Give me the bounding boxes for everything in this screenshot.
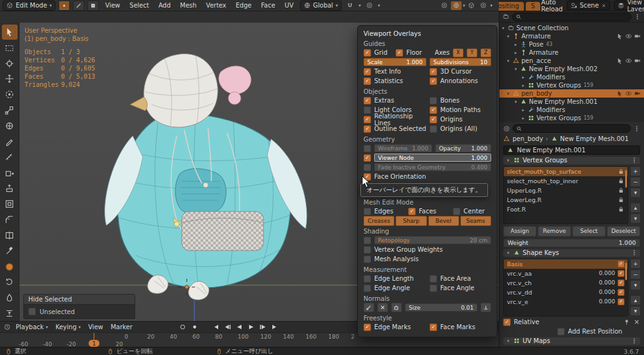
edges-checkbox[interactable] xyxy=(364,208,371,215)
clear-shape-keys-icon[interactable] xyxy=(633,318,640,325)
vertex-select-mode-button[interactable] xyxy=(58,1,70,11)
panel-options-icon[interactable] xyxy=(631,337,638,344)
keying-set-record-button[interactable] xyxy=(190,323,199,331)
view-menu[interactable]: View xyxy=(86,324,106,330)
shape-key-row[interactable]: vrc.v_e 0.000 xyxy=(504,297,628,307)
viewer-node-checkbox[interactable] xyxy=(364,154,371,162)
operator-panel-title[interactable]: Hide Selected xyxy=(23,294,135,305)
tool-add-cube[interactable] xyxy=(2,166,18,181)
opacity-slider[interactable]: Opacity1.000 xyxy=(435,144,491,152)
hide-eye-icon[interactable] xyxy=(625,90,632,97)
face-select-mode-button[interactable] xyxy=(87,1,99,11)
play-button[interactable] xyxy=(247,323,256,331)
fade-inactive-checkbox[interactable] xyxy=(364,164,371,171)
vertex-groups-panel-header[interactable]: ▾ Vertex Groups xyxy=(503,157,640,164)
weight-slider[interactable]: Weight 1.000 xyxy=(503,239,640,247)
face-normals-toggle[interactable] xyxy=(391,303,402,312)
lock-icon[interactable] xyxy=(618,178,625,184)
normals-constant-size-toggle[interactable] xyxy=(480,303,491,312)
outliner-filter-icon[interactable] xyxy=(634,13,641,20)
bevel-toggle[interactable]: Bevel xyxy=(428,216,459,226)
shape-key-row[interactable]: vrc.v_aa 0.000 xyxy=(504,269,628,278)
mode-dropdown[interactable]: Edit Mode ▾ xyxy=(3,1,55,11)
outline-selected-checkbox[interactable] xyxy=(364,125,371,133)
shape-keys-panel-header[interactable]: ▾ Shape Keys xyxy=(503,249,640,257)
shape-key-mute-checkbox[interactable] xyxy=(618,298,625,305)
origins-all-checkbox[interactable] xyxy=(430,125,437,133)
tool-select-box[interactable] xyxy=(2,40,18,55)
scene-selector[interactable]: Scene xyxy=(567,1,611,10)
face-angle-checkbox[interactable] xyxy=(430,285,437,292)
select-arrow-icon[interactable] xyxy=(616,33,623,40)
tool-transform[interactable] xyxy=(2,118,18,133)
shape-key-mute-checkbox[interactable] xyxy=(618,279,625,286)
prev-keyframe-button[interactable] xyxy=(223,323,232,331)
shape-key-mute-checkbox[interactable] xyxy=(618,270,625,277)
transform-orientation-dropdown[interactable]: Global ▾ xyxy=(300,1,341,11)
next-keyframe-button[interactable] xyxy=(258,323,268,331)
wireframe-slider[interactable]: Wireframe1.000 xyxy=(374,144,432,152)
jump-to-start-button[interactable] xyxy=(211,323,220,331)
axis-z-toggle[interactable]: Z xyxy=(480,48,491,57)
menu-add[interactable]: Add xyxy=(155,2,174,9)
properties-options-icon[interactable] xyxy=(633,125,640,132)
retopology-slider[interactable]: Retopology20 cm xyxy=(374,236,491,244)
xray-toggle[interactable] xyxy=(466,1,477,10)
overlays-dropdown-chevron-icon[interactable]: ▾ xyxy=(463,3,465,8)
menu-uv[interactable]: UV xyxy=(282,2,297,9)
retopology-checkbox[interactable] xyxy=(364,237,371,244)
faces-checkbox[interactable] xyxy=(408,208,416,215)
shape-key-row[interactable]: vrc.v_ch 0.000 xyxy=(504,278,628,288)
normals-size-slider[interactable]: Size0.01 xyxy=(405,303,477,312)
outliner-item-modifiers[interactable]: ▸ Modifiers xyxy=(499,73,644,81)
proportional-dropdown-chevron-icon[interactable]: ▾ xyxy=(378,3,380,8)
breadcrumb-object[interactable]: pen_body xyxy=(513,135,543,142)
tool-poly-build[interactable] xyxy=(2,259,18,274)
grid-scale-slider[interactable]: Scale1.000 xyxy=(364,58,426,66)
relationship-lines-checkbox[interactable] xyxy=(364,116,371,123)
wireframe-checkbox[interactable] xyxy=(364,145,371,152)
shape-key-row[interactable]: Basis xyxy=(504,259,628,269)
snap-dropdown-chevron-icon[interactable]: ▾ xyxy=(358,3,361,8)
vertex-group-row[interactable]: UpperLeg.R xyxy=(504,186,628,195)
hide-eye-icon[interactable] xyxy=(625,57,632,64)
annotations-checkbox[interactable] xyxy=(430,77,437,85)
assign-button[interactable]: Assign xyxy=(503,226,536,237)
outliner-item-armature-data[interactable]: ▸ Armature xyxy=(499,48,644,57)
edge-angle-checkbox[interactable] xyxy=(364,285,371,292)
3d-cursor-checkbox[interactable] xyxy=(430,68,437,76)
face-marks-checkbox[interactable] xyxy=(430,324,437,331)
outliner-search[interactable] xyxy=(512,13,631,21)
select-arrow-icon[interactable] xyxy=(616,90,623,97)
timeline-editor-icon[interactable] xyxy=(4,324,11,330)
tool-annotate[interactable] xyxy=(2,134,18,149)
center-checkbox[interactable] xyxy=(453,208,460,215)
shape-key-row[interactable]: vrc.v_dd 0.000 xyxy=(504,288,628,297)
outliner-item-mesh-001[interactable]: ▾ New Empty Mesh.001 xyxy=(499,98,644,106)
play-reverse-button[interactable] xyxy=(235,323,244,331)
auto-keying-toggle[interactable] xyxy=(178,323,187,331)
uv-maps-panel-header[interactable]: ▾ UV Maps xyxy=(503,337,640,345)
vertex-group-specials-button[interactable]: ▾ xyxy=(630,188,641,198)
tool-rotate[interactable] xyxy=(2,87,18,102)
add-vertex-group-button[interactable]: + xyxy=(630,166,641,176)
deselect-button[interactable]: Deselect xyxy=(607,226,640,237)
select-button[interactable]: Select xyxy=(572,226,606,237)
outliner-item-pose[interactable]: ▸ Pose 43 xyxy=(499,40,644,48)
render-camera-icon[interactable] xyxy=(634,90,641,97)
workspace-tab-truncated[interactable]: S xyxy=(526,2,540,11)
proportional-editing-toggle[interactable] xyxy=(364,1,375,10)
edge-length-checkbox[interactable] xyxy=(364,275,371,283)
floor-checkbox[interactable] xyxy=(396,49,403,57)
menu-face[interactable]: Face xyxy=(258,2,279,9)
pin-icon[interactable] xyxy=(623,318,630,325)
tool-measure[interactable] xyxy=(2,150,18,165)
select-arrow-icon[interactable] xyxy=(616,57,623,64)
menu-view[interactable]: View xyxy=(102,2,123,9)
outliner-item-pen-acce[interactable]: ▾ pen_acce xyxy=(499,57,644,65)
text-info-checkbox[interactable] xyxy=(364,68,371,76)
scene-unlink-icon[interactable] xyxy=(601,3,606,8)
tool-select-tweak[interactable] xyxy=(2,25,18,40)
relative-checkbox[interactable] xyxy=(503,318,511,326)
lock-icon[interactable] xyxy=(618,168,625,175)
